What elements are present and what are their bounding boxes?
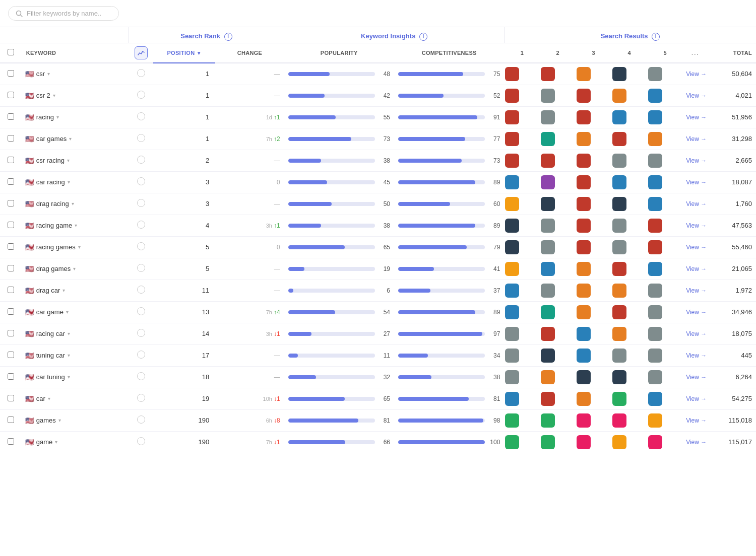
app-icon[interactable] [577, 327, 591, 341]
app-icon[interactable] [577, 370, 591, 384]
select-all-checkbox[interactable] [8, 49, 14, 55]
keyword-dropdown-arrow[interactable]: ▾ [56, 114, 59, 120]
row-checkbox[interactable] [8, 135, 14, 142]
row-checkbox[interactable] [8, 92, 14, 98]
keyword-dropdown-arrow[interactable]: ▾ [58, 418, 61, 423]
app-icon[interactable] [577, 175, 591, 189]
app-icon[interactable] [648, 154, 662, 168]
keyword-dropdown-arrow[interactable]: ▾ [48, 396, 50, 401]
view-link[interactable]: View → [686, 71, 707, 78]
view-link[interactable]: View → [686, 179, 707, 186]
keyword-dropdown-arrow[interactable]: ▾ [78, 244, 81, 250]
keyword-dropdown-arrow[interactable]: ▾ [53, 93, 55, 98]
search-results-info-icon[interactable]: i [652, 33, 660, 41]
keyword-dropdown-arrow[interactable]: ▾ [55, 439, 57, 445]
app-icon[interactable] [505, 110, 519, 124]
app-icon[interactable] [612, 305, 626, 319]
radio-circle[interactable] [137, 415, 145, 424]
view-link[interactable]: View → [686, 352, 707, 359]
app-icon[interactable] [541, 327, 555, 341]
app-icon[interactable] [577, 262, 591, 276]
app-icon[interactable] [612, 110, 626, 124]
app-icon[interactable] [612, 435, 626, 449]
keyword-dropdown-arrow[interactable]: ▾ [66, 309, 69, 315]
app-icon[interactable] [541, 197, 555, 211]
app-icon[interactable] [541, 175, 555, 189]
app-icon[interactable] [541, 219, 555, 233]
view-link[interactable]: View → [686, 265, 707, 272]
app-icon[interactable] [648, 305, 662, 319]
app-icon[interactable] [541, 392, 555, 406]
view-link[interactable]: View → [686, 439, 707, 446]
app-icon[interactable] [577, 67, 591, 81]
app-icon[interactable] [541, 284, 555, 298]
row-checkbox[interactable] [8, 416, 14, 423]
app-icon[interactable] [612, 197, 626, 211]
radio-circle[interactable] [137, 134, 145, 142]
row-checkbox[interactable] [8, 222, 14, 228]
app-icon[interactable] [612, 327, 626, 341]
app-icon[interactable] [541, 89, 555, 103]
app-icon[interactable] [505, 349, 519, 363]
app-icon[interactable] [505, 197, 519, 211]
radio-circle[interactable] [137, 264, 145, 272]
radio-circle[interactable] [137, 286, 145, 294]
app-icon[interactable] [577, 284, 591, 298]
view-link[interactable]: View → [686, 395, 707, 402]
row-checkbox[interactable] [8, 70, 14, 77]
app-icon[interactable] [541, 435, 555, 449]
view-link[interactable]: View → [686, 114, 707, 121]
row-checkbox[interactable] [8, 287, 14, 293]
app-icon[interactable] [505, 327, 519, 341]
radio-circle[interactable] [137, 221, 145, 229]
radio-circle[interactable] [137, 372, 145, 380]
app-icon[interactable] [505, 305, 519, 319]
row-checkbox[interactable] [8, 265, 14, 271]
app-icon[interactable] [505, 392, 519, 406]
app-icon[interactable] [505, 132, 519, 146]
app-icon[interactable] [648, 413, 662, 428]
app-icon[interactable] [648, 240, 662, 254]
keyword-dropdown-arrow[interactable]: ▾ [68, 353, 70, 358]
app-icon[interactable] [648, 284, 662, 298]
radio-circle[interactable] [137, 329, 145, 337]
app-icon[interactable] [577, 110, 591, 124]
row-checkbox[interactable] [8, 395, 14, 401]
keyword-dropdown-arrow[interactable]: ▾ [62, 288, 65, 293]
row-checkbox[interactable] [8, 352, 14, 358]
app-icon[interactable] [577, 132, 591, 146]
app-icon[interactable] [577, 305, 591, 319]
app-icon[interactable] [541, 305, 555, 319]
app-icon[interactable] [505, 435, 519, 449]
radio-circle[interactable] [137, 156, 145, 164]
app-icon[interactable] [648, 110, 662, 124]
app-icon[interactable] [505, 370, 519, 384]
app-icon[interactable] [648, 175, 662, 189]
keyword-dropdown-arrow[interactable]: ▾ [69, 136, 72, 142]
view-link[interactable]: View → [686, 417, 707, 424]
app-icon[interactable] [577, 240, 591, 254]
app-icon[interactable] [577, 392, 591, 406]
app-icon[interactable] [648, 349, 662, 363]
keyword-dropdown-arrow[interactable]: ▾ [68, 331, 70, 336]
view-link[interactable]: View → [686, 309, 707, 316]
app-icon[interactable] [612, 89, 626, 103]
view-link[interactable]: View → [686, 330, 707, 337]
app-icon[interactable] [541, 349, 555, 363]
app-icon[interactable] [505, 175, 519, 189]
app-icon[interactable] [612, 240, 626, 254]
view-link[interactable]: View → [686, 135, 707, 143]
row-checkbox[interactable] [8, 243, 14, 250]
radio-circle[interactable] [137, 437, 145, 445]
keyword-dropdown-arrow[interactable]: ▾ [47, 71, 50, 77]
app-icon[interactable] [505, 219, 519, 233]
app-icon[interactable] [541, 67, 555, 81]
radio-circle[interactable] [137, 91, 145, 99]
app-icon[interactable] [505, 240, 519, 254]
radio-circle[interactable] [137, 394, 145, 402]
radio-circle[interactable] [137, 199, 145, 207]
radio-circle[interactable] [137, 307, 145, 315]
app-icon[interactable] [648, 392, 662, 406]
app-icon[interactable] [577, 219, 591, 233]
app-icon[interactable] [541, 413, 555, 428]
